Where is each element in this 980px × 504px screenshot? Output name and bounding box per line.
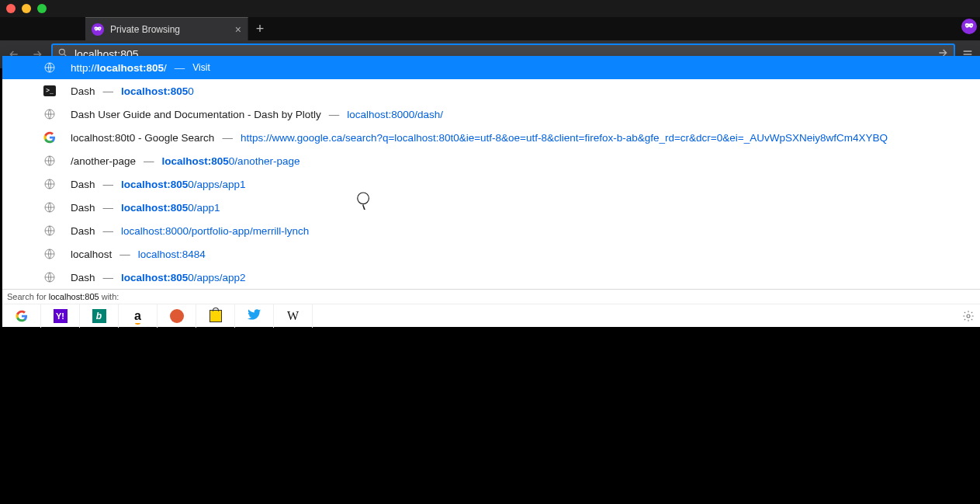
engine-google[interactable] <box>2 304 41 328</box>
suggestion-url: localhost:8050/apps/app1 <box>121 179 246 190</box>
private-mask-icon <box>92 23 104 36</box>
suggestion-separator: — <box>175 62 185 74</box>
traffic-lights <box>6 4 47 13</box>
private-sub-bold: does not save <box>482 413 562 426</box>
globe-icon <box>43 107 57 121</box>
suggestion-url: localhost:8484 <box>138 249 206 260</box>
engine-bing[interactable]: b <box>80 304 119 328</box>
suggestion-separator: — <box>103 179 114 190</box>
engine-wikipedia[interactable]: W <box>274 304 313 328</box>
window-zoom-button[interactable] <box>37 4 47 13</box>
private-col1: visited pages searches <box>246 447 330 491</box>
tab-label: Private Browsing <box>110 24 229 35</box>
tab-strip: Private Browsing × + <box>0 17 980 40</box>
engine-amazon[interactable]: a <box>119 304 158 328</box>
suggestion-separator: — <box>222 132 233 144</box>
suggestion-url: localhost:8050/app1 <box>121 202 220 214</box>
suggestion-separator: — <box>103 85 114 97</box>
suggestion-separator: — <box>103 202 114 214</box>
suggestion-row[interactable]: localhost — localhost:8484 <box>2 242 980 266</box>
search-engine-row: Y! b a W <box>2 304 980 327</box>
suggestion-row[interactable]: /another-page — localhost:8050/another-p… <box>2 149 980 172</box>
suggestion-row[interactable]: Dash — localhost:8050/apps/app1 <box>2 172 980 196</box>
suggestion-url: localhost:8050 <box>121 85 194 97</box>
suggestion-visit[interactable]: http://localhost:805/ — Visit <box>2 56 980 79</box>
google-icon <box>43 130 57 144</box>
suggestion-action: Visit <box>192 62 210 73</box>
suggestion-url: localhost:8050/apps/app2 <box>121 272 246 283</box>
private-item: temporary files <box>445 469 524 483</box>
suggestion-row[interactable]: Dash User Guide and Documentation - Dash… <box>2 103 980 126</box>
svg-point-0 <box>59 49 64 54</box>
private-sub-post: : <box>563 413 566 426</box>
suggestion-separator: — <box>329 109 340 120</box>
suggestion-title: Dash <box>71 202 95 214</box>
suggestion-row[interactable]: Dash — localhost:8050/app1 <box>2 196 980 219</box>
suggestion-row[interactable]: Dash — localhost:8050/apps/app2 <box>2 266 980 289</box>
suggestion-url: localhost:8000/portfolio-app/merrill-lyn… <box>121 225 309 237</box>
suggestion-url: localhost:8050/another-page <box>162 155 300 167</box>
terminal-icon <box>43 84 57 98</box>
suggestion-row[interactable]: localhost:80t0 - Google Search — https:/… <box>2 126 980 149</box>
suggestion-title: http://localhost:805/ <box>71 62 167 74</box>
private-columns: visited pages searches cookies temporary… <box>246 447 812 491</box>
engine-twitter[interactable] <box>235 304 274 328</box>
window-titlebar <box>0 0 980 17</box>
new-tab-button[interactable]: + <box>248 17 272 40</box>
suggestion-row[interactable]: Dash — localhost:8000/portfolio-app/merr… <box>2 219 980 242</box>
engine-duckduckgo[interactable] <box>158 304 196 328</box>
private-sub-pre: When you browse in a Private Window, Fir… <box>230 413 483 426</box>
window-minimize-button[interactable] <box>22 4 31 13</box>
suggestion-title: Dash <box>71 272 95 283</box>
urlbar-dropdown: http://localhost:805/ — Visit Dash — loc… <box>2 56 980 327</box>
suggestion-title: localhost:80t0 - Google Search <box>71 132 214 144</box>
globe-icon <box>43 200 57 214</box>
engine-ebay[interactable] <box>196 304 235 328</box>
globe-icon <box>43 177 57 191</box>
globe-icon <box>43 224 57 238</box>
window-close-button[interactable] <box>6 4 16 13</box>
tab-close-button[interactable]: × <box>235 23 241 36</box>
private-hero-mask-icon <box>168 345 215 391</box>
private-subtext: When you browse in a Private Window, Fir… <box>230 413 812 427</box>
tab-private-browsing[interactable]: Private Browsing × <box>85 17 248 40</box>
private-col2: cookies temporary files <box>431 447 524 491</box>
private-item: cookies <box>445 447 524 461</box>
suggestion-title: Dash <box>71 179 95 190</box>
private-item: visited pages <box>260 447 330 461</box>
suggestion-separator: — <box>103 225 114 237</box>
search-with-label: Search for localhost:805 with: <box>2 289 980 304</box>
globe-icon <box>43 154 57 168</box>
suggestion-separator: — <box>144 155 154 167</box>
private-item: searches <box>260 469 330 483</box>
suggestion-title: Dash User Guide and Documentation - Dash… <box>71 109 321 120</box>
suggestion-title: localhost <box>71 249 112 260</box>
globe-icon <box>43 61 57 75</box>
globe-icon <box>43 270 57 284</box>
suggestion-title: Dash <box>71 225 95 237</box>
private-indicator-icon <box>961 19 977 34</box>
engine-yahoo[interactable]: Y! <box>41 304 80 328</box>
suggestion-separator: — <box>119 249 130 260</box>
suggestion-separator: — <box>103 272 114 283</box>
suggestion-row[interactable]: Dash — localhost:8050 <box>2 79 980 103</box>
search-settings-button[interactable] <box>957 310 980 322</box>
suggestion-url: https://www.google.ca/search?q=localhost… <box>241 132 888 144</box>
private-heading: Private Browsing with Tracking Protectio… <box>230 353 715 384</box>
svg-point-9 <box>967 315 970 318</box>
suggestion-title: /another-page <box>71 155 136 167</box>
globe-icon <box>43 247 57 261</box>
suggestion-title: Dash <box>71 85 95 97</box>
suggestion-url: localhost:8000/dash/ <box>347 109 443 120</box>
